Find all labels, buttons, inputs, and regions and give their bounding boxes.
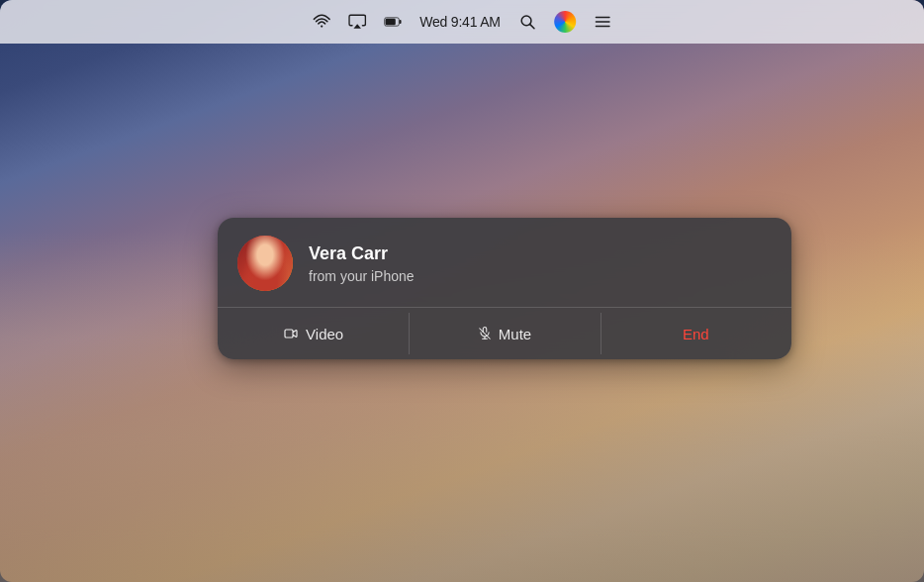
clock-time-text: Wed 9:41 AM [419,14,501,30]
caller-subtitle: from your iPhone [309,268,772,284]
svg-point-0 [321,25,323,27]
svg-line-6 [529,25,533,29]
svg-marker-1 [353,24,361,29]
notification-card: Vera Carr from your iPhone Video [218,218,791,359]
video-button[interactable]: Video [218,308,409,359]
caller-avatar [237,236,293,291]
video-camera-icon [283,326,299,341]
control-center-icon[interactable] [594,13,611,31]
microphone-slash-icon [478,326,492,341]
menu-bar-center: Wed 9:41 AM [313,11,611,33]
siri-icon[interactable] [554,11,576,33]
menu-bar: Wed 9:41 AM [0,0,924,44]
wifi-icon[interactable] [313,13,330,31]
notification-actions: Video Mute End [218,308,791,359]
svg-rect-3 [400,20,402,24]
caller-info: Vera Carr from your iPhone [309,242,772,283]
end-button-label: End [683,326,709,342]
battery-icon[interactable] [384,13,402,31]
menu-bar-clock[interactable]: Wed 9:41 AM [419,14,501,30]
caller-name: Vera Carr [309,242,772,265]
end-button[interactable]: End [601,308,791,359]
airplay-icon[interactable] [348,13,366,31]
notification-header: Vera Carr from your iPhone [218,218,791,307]
video-button-label: Video [306,326,343,342]
svg-rect-4 [385,19,395,25]
search-icon[interactable] [518,13,536,31]
mute-button-label: Mute [499,326,531,342]
mute-button[interactable]: Mute [409,308,600,359]
